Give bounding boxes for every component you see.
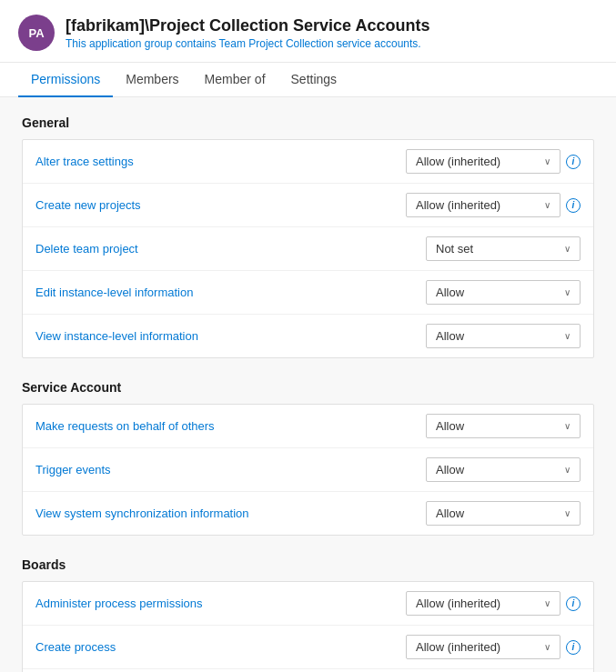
permissions-table-1: Make requests on behalf of othersAllow∨T…: [22, 404, 594, 536]
table-row: Delete team projectNot set∨: [23, 227, 593, 271]
permission-value-0-3: Allow: [436, 286, 464, 299]
page-title: [fabrikam]\Project Collection Service Ac…: [66, 16, 429, 35]
table-row: Alter trace settingsAllow (inherited)∨i: [23, 140, 593, 184]
permission-dropdown-0-3[interactable]: Allow∨: [426, 280, 581, 305]
permission-value-2-1: Allow (inherited): [416, 640, 500, 654]
chevron-down-icon: ∨: [564, 331, 571, 341]
chevron-down-icon: ∨: [564, 244, 571, 254]
permission-control-0-1: Allow (inherited)∨i: [406, 193, 581, 217]
permission-dropdown-1-0[interactable]: Allow∨: [426, 414, 581, 438]
info-icon[interactable]: i: [566, 155, 581, 169]
tab-settings[interactable]: Settings: [278, 63, 350, 97]
chevron-down-icon: ∨: [564, 508, 571, 518]
section-boards: BoardsAdminister process permissionsAllo…: [22, 557, 594, 672]
permission-dropdown-0-0[interactable]: Allow (inherited)∨: [406, 149, 560, 174]
section-title-2: Boards: [22, 557, 594, 572]
table-row: Trigger eventsAllow∨: [23, 448, 593, 492]
permission-label-2-0[interactable]: Administer process permissions: [35, 597, 406, 610]
permission-label-0-0[interactable]: Alter trace settings: [35, 155, 406, 168]
chevron-down-icon: ∨: [564, 465, 571, 475]
chevron-down-icon: ∨: [544, 156, 550, 166]
table-row: View system synchronization informationA…: [23, 492, 593, 535]
permission-value-0-1: Allow (inherited): [416, 198, 500, 212]
info-icon[interactable]: i: [566, 597, 581, 611]
permission-label-1-2[interactable]: View system synchronization information: [35, 507, 426, 520]
info-icon[interactable]: i: [566, 640, 581, 655]
permission-dropdown-2-1[interactable]: Allow (inherited)∨: [406, 635, 560, 659]
content: GeneralAlter trace settingsAllow (inheri…: [0, 97, 616, 672]
permission-value-0-0: Allow (inherited): [416, 155, 500, 168]
chevron-down-icon: ∨: [544, 642, 550, 652]
table-row: Administer process permissionsAllow (inh…: [23, 582, 593, 626]
permission-value-0-4: Allow: [436, 329, 464, 343]
section-title-0: General: [22, 115, 594, 130]
permission-dropdown-1-2[interactable]: Allow∨: [426, 501, 581, 526]
permission-label-0-3[interactable]: Edit instance-level information: [35, 286, 426, 299]
section-service-account: Service AccountMake requests on behalf o…: [22, 380, 594, 536]
chevron-down-icon: ∨: [564, 287, 571, 297]
nav-tabs: Permissions Members Member of Settings: [0, 63, 616, 97]
permission-label-0-4[interactable]: View instance-level information: [35, 329, 426, 343]
table-row: Edit instance-level informationAllow∨: [23, 271, 593, 315]
permissions-table-2: Administer process permissionsAllow (inh…: [22, 581, 594, 672]
chevron-down-icon: ∨: [544, 200, 550, 210]
permission-control-2-0: Allow (inherited)∨i: [406, 591, 581, 616]
permission-dropdown-0-2[interactable]: Not set∨: [426, 236, 581, 261]
permission-control-0-2: Not set∨: [426, 236, 581, 261]
permission-label-0-2[interactable]: Delete team project: [35, 242, 426, 256]
table-row: Create processAllow (inherited)∨i: [23, 626, 593, 669]
tab-permissions[interactable]: Permissions: [18, 63, 113, 97]
permission-control-0-4: Allow∨: [426, 324, 581, 348]
permission-label-1-1[interactable]: Trigger events: [35, 463, 426, 476]
chevron-down-icon: ∨: [544, 598, 550, 608]
permission-dropdown-2-0[interactable]: Allow (inherited)∨: [406, 591, 560, 616]
permission-dropdown-1-1[interactable]: Allow∨: [426, 457, 581, 482]
permission-label-2-1[interactable]: Create process: [35, 640, 406, 654]
info-icon[interactable]: i: [566, 198, 581, 213]
permission-value-0-2: Not set: [436, 242, 473, 256]
header: PA [fabrikam]\Project Collection Service…: [0, 0, 616, 63]
chevron-down-icon: ∨: [564, 421, 571, 431]
header-text: [fabrikam]\Project Collection Service Ac…: [66, 16, 429, 50]
table-row: View instance-level informationAllow∨: [23, 315, 593, 357]
permission-label-0-1[interactable]: Create new projects: [35, 198, 406, 212]
permission-value-1-2: Allow: [436, 507, 464, 520]
permission-control-1-0: Allow∨: [426, 414, 581, 438]
permissions-table-0: Alter trace settingsAllow (inherited)∨iC…: [22, 139, 594, 358]
subtitle: This application group contains Team Pro…: [66, 37, 429, 50]
permission-control-0-3: Allow∨: [426, 280, 581, 305]
permission-dropdown-0-1[interactable]: Allow (inherited)∨: [406, 193, 560, 217]
permission-value-1-1: Allow: [436, 463, 464, 476]
permission-control-2-1: Allow (inherited)∨i: [406, 635, 581, 659]
permission-control-1-1: Allow∨: [426, 457, 581, 482]
table-row: Create new projectsAllow (inherited)∨i: [23, 184, 593, 227]
tab-member-of[interactable]: Member of: [192, 63, 278, 97]
permission-value-2-0: Allow (inherited): [416, 597, 500, 610]
permission-control-0-0: Allow (inherited)∨i: [406, 149, 581, 174]
permission-label-1-0[interactable]: Make requests on behalf of others: [35, 419, 426, 433]
tab-members[interactable]: Members: [113, 63, 191, 97]
permission-dropdown-0-4[interactable]: Allow∨: [426, 324, 581, 348]
table-row: Make requests on behalf of othersAllow∨: [23, 405, 593, 448]
permission-control-1-2: Allow∨: [426, 501, 581, 526]
avatar: PA: [18, 15, 55, 51]
section-general: GeneralAlter trace settingsAllow (inheri…: [22, 115, 594, 358]
permission-value-1-0: Allow: [436, 419, 464, 433]
section-title-1: Service Account: [22, 380, 594, 395]
